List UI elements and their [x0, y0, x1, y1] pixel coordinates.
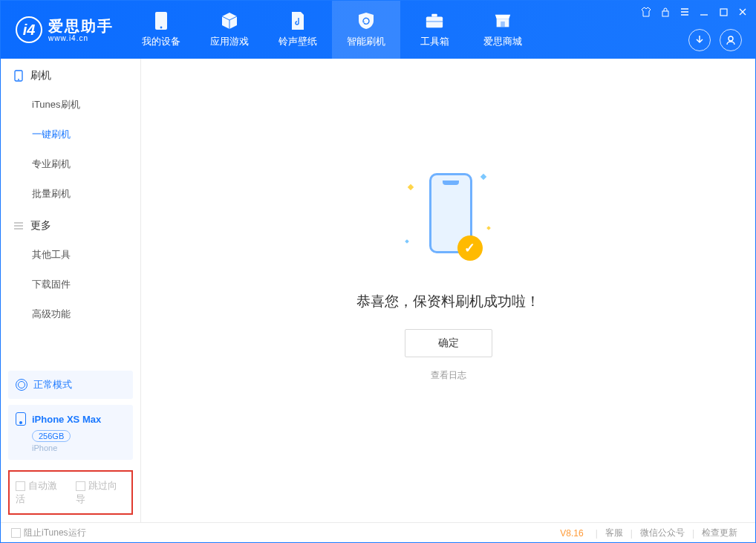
nav-label: 智能刷机 [347, 35, 385, 48]
svg-point-1 [160, 27, 163, 29]
logo-title: 爱思助手 www.i4.cn [48, 18, 114, 42]
phone-success-illustration: ✓ [416, 170, 481, 274]
sidebar-group-label: 刷机 [30, 69, 51, 82]
nav-label: 爱思商城 [483, 35, 522, 48]
mode-icon [16, 379, 27, 391]
window-controls [641, 7, 748, 17]
phone-outline-icon [13, 70, 25, 82]
sidebar-group-flash: 刷机 [1, 59, 140, 90]
flash-options-highlight: 自动激活 跳过向导 [8, 470, 133, 515]
music-file-icon [288, 11, 307, 30]
briefcase-icon [425, 11, 444, 30]
block-itunes-checkbox[interactable]: 阻止iTunes运行 [11, 527, 86, 539]
sidebar-item-advanced[interactable]: 高级功能 [1, 299, 140, 329]
sidebar-item-batch-flash[interactable]: 批量刷机 [1, 179, 140, 209]
svg-point-9 [729, 36, 733, 41]
check-update-link[interactable]: 检查更新 [694, 527, 745, 539]
device-type: iPhone [32, 443, 126, 452]
app-logo: i4 爱思助手 www.i4.cn [1, 1, 127, 59]
view-log-link[interactable]: 查看日志 [431, 369, 466, 382]
refresh-shield-icon [356, 11, 376, 30]
download-button[interactable] [688, 29, 711, 51]
tshirt-icon[interactable] [641, 7, 651, 17]
check-badge-icon: ✓ [457, 235, 483, 261]
svg-rect-3 [431, 14, 437, 17]
status-bar: 阻止iTunes运行 V8.16 | 客服 | 微信公众号 | 检查更新 [1, 522, 755, 543]
cube-icon [220, 11, 239, 30]
svg-rect-2 [426, 16, 443, 27]
wechat-link[interactable]: 微信公众号 [633, 527, 692, 539]
nav-label: 铃声壁纸 [278, 35, 317, 48]
nav-store[interactable]: 爱思商城 [469, 1, 537, 59]
version-label: V8.16 [560, 528, 583, 539]
nav-ringtones[interactable]: 铃声壁纸 [264, 1, 332, 59]
device-name: iPhone XS Max [32, 414, 101, 425]
lock-icon[interactable] [660, 7, 671, 17]
device-icon [151, 11, 171, 30]
app-title: 爱思助手 [48, 18, 114, 34]
nav-label: 工具箱 [420, 35, 449, 48]
svg-point-11 [18, 79, 19, 80]
skip-guide-checkbox[interactable]: 跳过向导 [76, 479, 126, 506]
app-header: i4 爱思助手 www.i4.cn 我的设备 应用游戏 铃声壁纸 [1, 1, 755, 59]
device-card[interactable]: iPhone XS Max 256GB iPhone [8, 405, 133, 460]
nav-label: 我的设备 [142, 35, 180, 48]
svg-rect-4 [426, 21, 443, 22]
main-content: ✓ 恭喜您，保资料刷机成功啦！ 确定 查看日志 [141, 59, 755, 522]
svg-rect-7 [662, 11, 668, 16]
nav-label: 应用游戏 [210, 35, 249, 48]
maximize-button[interactable] [718, 7, 729, 17]
success-title: 恭喜您，保资料刷机成功啦！ [356, 292, 540, 311]
device-mode-button[interactable]: 正常模式 [8, 371, 133, 399]
flash-success-panel: ✓ 恭喜您，保资料刷机成功啦！ 确定 查看日志 [356, 170, 540, 382]
app-url: www.i4.cn [48, 34, 114, 42]
svg-rect-8 [720, 9, 727, 16]
mode-label: 正常模式 [33, 378, 72, 391]
nav-toolbox[interactable]: 工具箱 [400, 1, 469, 59]
nav-my-device[interactable]: 我的设备 [127, 1, 195, 59]
nav-flash[interactable]: 智能刷机 [332, 1, 400, 59]
account-button[interactable] [720, 29, 742, 51]
support-link[interactable]: 客服 [598, 527, 630, 539]
device-capacity: 256GB [32, 430, 71, 442]
list-icon [13, 220, 25, 232]
sidebar-group-more: 更多 [1, 209, 140, 240]
store-icon [493, 11, 512, 30]
device-name-row: iPhone XS Max [16, 412, 126, 426]
block-itunes-label: 阻止iTunes运行 [24, 527, 86, 539]
nav-apps[interactable]: 应用游戏 [195, 1, 264, 59]
sidebar-group-label: 更多 [30, 219, 51, 233]
minimize-button[interactable] [699, 7, 709, 17]
auto-activate-checkbox[interactable]: 自动激活 [16, 479, 65, 506]
svg-rect-6 [501, 22, 505, 27]
sidebar-item-itunes-flash[interactable]: iTunes刷机 [1, 90, 140, 120]
sidebar: 刷机 iTunes刷机 一键刷机 专业刷机 批量刷机 更多 其他工具 下载固件 … [1, 59, 141, 522]
header-actions [688, 29, 742, 51]
sidebar-item-pro-flash[interactable]: 专业刷机 [1, 149, 140, 179]
body: 刷机 iTunes刷机 一键刷机 专业刷机 批量刷机 更多 其他工具 下载固件 … [1, 59, 755, 522]
phone-icon [16, 412, 26, 426]
ok-button[interactable]: 确定 [405, 329, 492, 357]
close-button[interactable] [737, 7, 748, 17]
sidebar-item-download-firmware[interactable]: 下载固件 [1, 270, 140, 299]
logo-icon: i4 [16, 16, 42, 43]
sidebar-item-other-tools[interactable]: 其他工具 [1, 240, 140, 270]
sidebar-item-oneclick-flash[interactable]: 一键刷机 [1, 120, 140, 149]
top-nav: 我的设备 应用游戏 铃声壁纸 智能刷机 工具箱 [127, 1, 537, 59]
menu-icon[interactable] [680, 7, 690, 17]
